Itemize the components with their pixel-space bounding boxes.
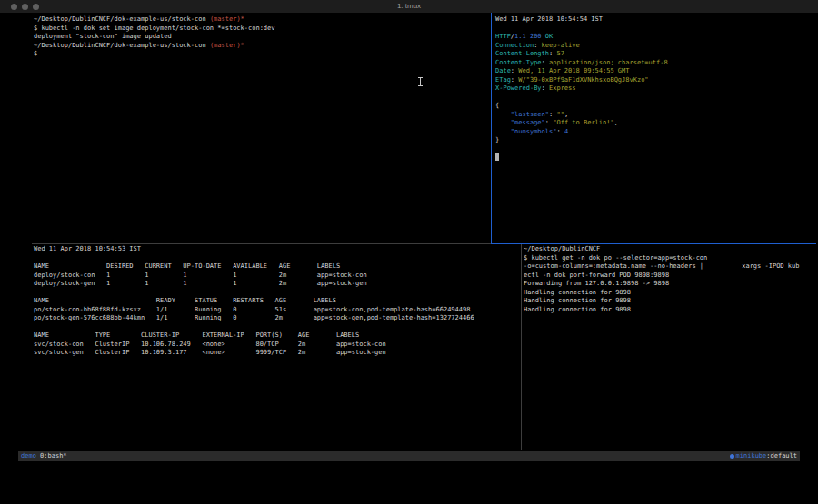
pane-border-horizontal-active[interactable] — [491, 243, 816, 244]
pane-port-forward[interactable]: ~/Desktop/DublinCNCF$ kubectl get -n dok… — [524, 245, 816, 314]
text-cursor-pointer — [417, 77, 424, 86]
terminal-window: 1. tmux ~/Desktop/DublinCNCF/dok-example… — [0, 0, 818, 504]
pane-http-response[interactable]: Wed 11 Apr 2018 10:54:54 ISTHTTP/1.1 200… — [495, 15, 813, 163]
close-button[interactable] — [11, 4, 17, 10]
pane-border-horizontal-left[interactable] — [32, 243, 491, 244]
minimize-button[interactable] — [22, 4, 28, 10]
pane-kubectl-get-watch[interactable]: Wed 11 Apr 2018 10:54:53 ISTNAME DESIRED… — [34, 245, 497, 358]
zoom-button[interactable] — [33, 4, 39, 10]
kubernetes-helm-icon — [730, 454, 734, 459]
tmux-session-window-tab[interactable]: demo 0:bash* — [21, 451, 67, 461]
pane-border-vertical-bottom[interactable] — [521, 244, 522, 450]
tmux-terminal: ~/Desktop/DublinCNCF/dok-example-us/stoc… — [0, 13, 818, 451]
window-title: 1. tmux — [397, 0, 421, 13]
kube-context-indicator: minikube:default — [730, 451, 797, 461]
kube-context-text: minikube:default — [736, 451, 797, 461]
pane-shell-kubectl-set-image[interactable]: ~/Desktop/DublinCNCF/dok-example-us/stoc… — [34, 15, 488, 59]
traffic-lights — [11, 4, 39, 10]
window-titlebar[interactable]: 1. tmux — [0, 0, 818, 13]
tmux-status-bar: demo 0:bash* minikube:default — [18, 451, 800, 461]
pane-border-vertical-active[interactable] — [491, 13, 492, 243]
